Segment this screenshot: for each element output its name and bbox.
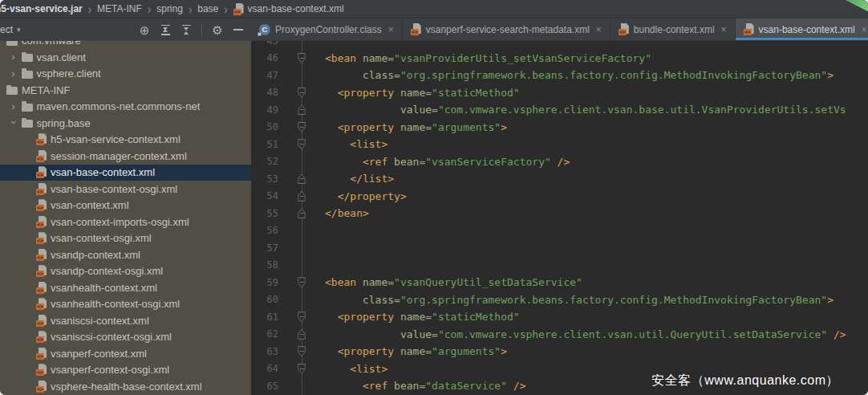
code-text: <property name="arguments"> [325,345,507,357]
tree-item-session-manager-context-xml[interactable]: session-manager-context.xml [0,148,251,165]
xml-file-icon [36,216,47,228]
close-icon[interactable]: × [862,24,867,35]
tab-vsan-base-context-xml[interactable]: vsan-base-context.xml× [736,18,868,40]
code-line-54[interactable]: 54 </property> [251,188,868,206]
tree-item-meta-inf[interactable]: META-INF [0,82,251,99]
code-line-48[interactable]: 48 <property name="staticMethod" [251,84,868,102]
fold-end-icon[interactable] [298,208,306,218]
chevron-down-icon[interactable]: ▾ [17,26,21,34]
tree-item-spring-base[interactable]: ›spring.base [0,115,251,132]
code-line-50[interactable]: 50 <property name="arguments"> [251,119,868,136]
close-icon[interactable]: × [388,24,394,35]
code-line-58[interactable]: 58 [251,257,868,275]
tab-proxygencontroller-class[interactable]: CProxygenController.class× [251,18,403,40]
tab-label: ProxygenController.class [275,24,382,35]
breadcrumb-item-base[interactable]: base [197,3,218,14]
xml-file-icon [36,364,47,376]
main-area: com.vmware›vsan.client›vsphere.clientMET… [0,41,868,395]
fold-start-icon[interactable] [298,139,306,149]
settings-icon[interactable]: ⚙ [209,22,225,38]
breadcrumb-item-h5-vsan-service-jar[interactable]: h5-vsan-service.jar [0,3,83,14]
hide-icon[interactable] [230,22,246,38]
code-line-56[interactable]: 56 [251,222,868,240]
tab-label: vsan-base-context.xml [759,24,855,35]
fold-start-icon[interactable] [298,53,306,63]
collapse-all-icon[interactable] [178,22,194,38]
tree-item-vsan-client[interactable]: ›vsan.client [0,49,251,66]
tree-item-label: com.vmware [22,41,81,47]
line-number: 51 [251,139,278,150]
xml-file-icon [36,232,47,244]
fold-start-icon[interactable] [298,88,306,98]
line-number: 62 [251,328,278,340]
close-icon[interactable]: × [596,24,602,35]
tree-item-vsaniscsi-context-xml[interactable]: vsaniscsi-context.xml [0,312,251,329]
tree-item-vsan-base-context-xml[interactable]: vsan-base-context.xml [0,165,251,181]
tree-item-h5-vsan-service-context-xml[interactable]: h5-vsan-service-context.xml [0,132,251,149]
tree-item-vsphere-client[interactable]: ›vsphere.client [0,66,251,83]
fold-start-icon[interactable] [298,277,306,287]
tree-item-vsanhealth-context-xml[interactable]: vsanhealth-context.xml [0,279,251,296]
breadcrumb-item-spring[interactable]: spring [156,3,183,14]
tree-item-vsan-context-imports-osgi-xml[interactable]: vsan-context-imports-osgi.xml [0,214,251,230]
code-line-60[interactable]: 60 class="org.springframework.beans.fact… [251,291,868,309]
project-panel-title[interactable]: ect [0,24,13,35]
code-line-46[interactable]: 46<bean name="vsanProviderUtils_setVsanS… [251,50,868,67]
chevron-right-icon[interactable]: › [8,51,19,63]
chevron-right-icon[interactable]: › [8,100,19,112]
code-text: </property> [325,190,407,202]
fold-start-icon[interactable] [298,364,306,374]
tree-item-maven-commons-net-commons-net[interactable]: ›maven.commons-net.commons-net [0,99,251,116]
code-line-49[interactable]: 49 value="com.vmware.vsphere.client.vsan… [251,101,868,119]
fold-end-icon[interactable] [298,104,306,115]
code-line-53[interactable]: 53 </list> [251,170,868,188]
tree-item-vsan-base-context-osgi-xml[interactable]: vsan-base-context-osgi.xml [0,181,251,198]
code-text: value="com.vmware.vsphere.client.vsan.ut… [325,328,846,340]
xml-file-icon [619,23,629,35]
code-line-45[interactable]: 45 [251,41,868,50]
chevron-right-icon[interactable]: › [8,67,19,79]
xml-file-icon [36,265,47,277]
code-line-51[interactable]: 51 <list> [251,136,868,153]
code-line-62[interactable]: 62 value="com.vmware.vsphere.client.vsan… [251,326,868,344]
expand-all-icon[interactable] [157,22,173,38]
tree-item-vsandp-context-osgi-xml[interactable]: vsandp-context-osgi.xml [0,263,251,280]
fold-column [278,53,325,63]
code-editor[interactable]: 4546<bean name="vsanProviderUtils_setVsa… [251,41,868,395]
fold-start-icon[interactable] [298,122,306,132]
tree-item-label: h5-vsan-service-context.xml [51,133,180,145]
tree-item-vsphere-health-base-context-xml[interactable]: vsphere-health-base-context.xml [0,378,251,395]
code-line-52[interactable]: 52 <ref bean="vsanServiceFactory" /> [251,153,868,171]
tree-item-vsanperf-context-xml[interactable]: vsanperf-context.xml [0,345,251,362]
tree-item-vsanhealth-context-osgi-xml[interactable]: vsanhealth-context-osgi.xml [0,296,251,313]
tab-vsanperf-service-search-metadata-xml[interactable]: vsanperf-service-search-metadata.xml× [403,18,610,40]
breadcrumb-item-meta-inf[interactable]: META-INF [97,3,142,14]
editor-tab-bar: CProxygenController.class×vsanperf-servi… [251,18,868,41]
fold-start-icon[interactable] [298,346,306,356]
code-line-63[interactable]: 63 <property name="arguments"> [251,343,868,360]
code-line-47[interactable]: 47 class="org.springframework.beans.fact… [251,67,868,84]
tree-item-vsan-context-xml[interactable]: vsan-context.xml [0,198,251,214]
fold-end-icon[interactable] [298,329,306,340]
xml-file-icon [36,298,47,310]
code-line-57[interactable]: 57 [251,239,868,257]
tab-bundle-context-xml[interactable]: bundle-context.xml× [610,18,736,40]
xml-file-icon [744,23,754,35]
tree-item-vsanperf-context-osgi-xml[interactable]: vsanperf-context-osgi.xml [0,362,251,379]
fold-start-icon[interactable] [298,312,306,322]
tree-item-vsandp-context-xml[interactable]: vsandp-context.xml [0,246,251,263]
code-line-61[interactable]: 61 <property name="staticMethod" [251,308,868,326]
close-icon[interactable]: × [721,24,727,35]
fold-end-icon[interactable] [298,191,306,202]
tree-item-vsan-context-osgi-xml[interactable]: vsan-context-osgi.xml [0,230,251,247]
code-line-55[interactable]: 55</bean> [251,205,868,222]
chevron-down-icon[interactable]: › [7,117,19,128]
tree-item-vsaniscsi-context-osgi-xml[interactable]: vsaniscsi-context-osgi.xml [0,329,251,346]
tree-item-com-vmware[interactable]: com.vmware [0,41,251,49]
locate-icon[interactable]: ⊕ [136,22,152,38]
tree-item-label: vsaniscsi-context-osgi.xml [51,331,172,343]
fold-end-icon[interactable] [298,173,306,184]
breadcrumb-item-vsan-base-context-xml[interactable]: vsan-base-context.xml [233,3,344,15]
code-line-59[interactable]: 59<bean name="vsanQueryUtil_setDataServi… [251,274,868,291]
line-number: 50 [251,121,278,132]
